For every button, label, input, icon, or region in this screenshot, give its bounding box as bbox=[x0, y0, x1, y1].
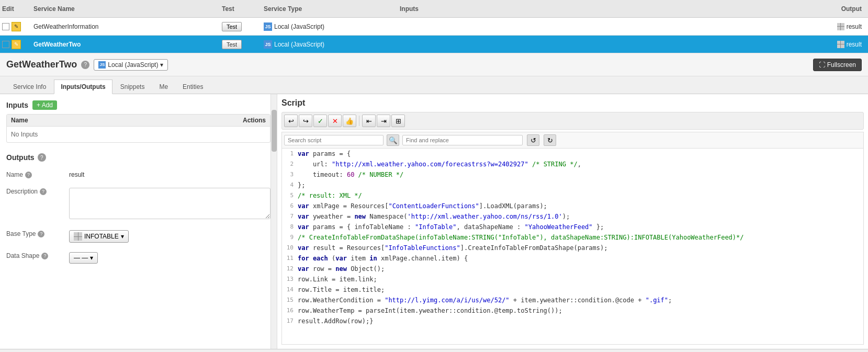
search-input[interactable] bbox=[284, 135, 384, 145]
test-button-row1[interactable]: Test bbox=[222, 22, 242, 31]
data-shape-arrow: ▾ bbox=[90, 254, 93, 262]
js-icon-row2: JS bbox=[264, 40, 272, 49]
code-editor[interactable]: 1 var params = { 2 url: "http://xml.weat… bbox=[281, 148, 864, 345]
service-name-row2: GetWeatherTwo bbox=[33, 41, 81, 48]
search-bar: 🔍 ↺ ↻ bbox=[281, 132, 864, 148]
replace-all-button[interactable]: ↻ bbox=[544, 134, 556, 146]
outputs-data-shape-row: Data Shape ? — — ▾ bbox=[6, 249, 270, 264]
code-line-4: 4 }; bbox=[282, 180, 863, 190]
col-service-name-label: Service Name bbox=[33, 5, 75, 13]
service-type-row1: Local (JavaScript) bbox=[274, 23, 324, 30]
outputs-title: Outputs ? bbox=[6, 153, 270, 162]
add-input-button[interactable]: + Add bbox=[32, 100, 57, 110]
left-panel: Inputs + Add Name Actions No Inputs Outp… bbox=[0, 94, 277, 349]
layout-button[interactable]: ⊞ bbox=[391, 115, 405, 127]
tab-entities[interactable]: Entities bbox=[176, 80, 210, 94]
output-icon-row2 bbox=[837, 41, 844, 48]
service-title-bar: GetWeatherTwo ? JS Local (JavaScript) ▾ … bbox=[0, 53, 868, 76]
outputs-name-row: Name ? result bbox=[6, 168, 270, 178]
toolbar-sep bbox=[359, 116, 359, 126]
edit-icon-row1[interactable]: ✎ bbox=[12, 22, 21, 31]
code-line-11: 11 for each (var item in xmlPage.channel… bbox=[282, 253, 863, 264]
edit-icon-row2[interactable]: ✎ bbox=[12, 40, 21, 49]
output-value-row2: result bbox=[847, 41, 862, 48]
test-button-row2[interactable]: Test bbox=[222, 40, 242, 49]
service-title-name: GetWeatherTwo bbox=[6, 59, 77, 70]
name-help-badge[interactable]: ? bbox=[25, 172, 32, 178]
service-name-row1: GetWeatherInformation bbox=[33, 23, 99, 30]
replace-input[interactable] bbox=[402, 135, 523, 145]
service-row-2[interactable]: ✎ GetWeatherTwo Test JS Local (JavaScrip… bbox=[0, 36, 868, 53]
output-icon-row1 bbox=[837, 23, 844, 30]
outputs-name-label: Name ? bbox=[6, 168, 69, 178]
outputs-description-row: Description ? bbox=[6, 185, 270, 221]
left-scrollbar[interactable] bbox=[270, 94, 277, 349]
scrollbar-thumb bbox=[272, 110, 277, 152]
bottom-bar: ? Cancel Done Save Entity bbox=[0, 349, 868, 352]
outputs-section: Outputs ? Name ? result Des bbox=[6, 153, 270, 264]
tab-inputs-outputs[interactable]: Inputs/Outputs bbox=[54, 80, 112, 94]
base-type-button[interactable]: INFOTABLE ▾ bbox=[69, 230, 129, 243]
code-line-5: 5 /* result: XML */ bbox=[282, 190, 863, 201]
code-line-12: 12 var row = new Object(); bbox=[282, 264, 863, 274]
code-line-8: 8 var params = { infoTableName : "InfoTa… bbox=[282, 222, 863, 232]
inputs-table-header: Name Actions bbox=[7, 115, 270, 127]
data-shape-button[interactable]: — — ▾ bbox=[69, 252, 98, 264]
outputs-base-type-value: INFOTABLE ▾ bbox=[69, 227, 270, 243]
redo-button[interactable]: ↪ bbox=[299, 115, 312, 127]
col-actions-header: Actions bbox=[224, 117, 266, 124]
table-header: Edit Service Name Test Service Type Inpu… bbox=[0, 0, 868, 18]
checkbox-row1[interactable] bbox=[2, 23, 9, 30]
code-line-6: 6 var xmlPage = Resources["ContentLoader… bbox=[282, 201, 863, 211]
tab-service-info[interactable]: Service Info bbox=[6, 80, 53, 94]
checkbox-row2[interactable] bbox=[2, 41, 9, 48]
tabs-bar: Service Info Inputs/Outputs Snippets Me … bbox=[0, 76, 868, 94]
service-type-row2: Local (JavaScript) bbox=[274, 41, 324, 48]
base-type-arrow: ▾ bbox=[121, 233, 124, 240]
col-name-header: Name bbox=[11, 117, 224, 124]
js-icon-row1: JS bbox=[264, 22, 272, 31]
left-scroll: Inputs + Add Name Actions No Inputs Outp… bbox=[0, 94, 277, 349]
indent-left-button[interactable]: ⇤ bbox=[362, 115, 376, 127]
service-row-1[interactable]: ✎ GetWeatherInformation Test JS Local (J… bbox=[0, 18, 868, 36]
tab-snippets[interactable]: Snippets bbox=[114, 80, 152, 94]
code-line-17: 17 result.AddRow(row);} bbox=[282, 316, 863, 326]
base-type-help-badge[interactable]: ? bbox=[38, 231, 44, 237]
x-button[interactable]: ✕ bbox=[328, 115, 342, 127]
indent-right-button[interactable]: ⇥ bbox=[377, 115, 390, 127]
col-inputs-label: Inputs bbox=[400, 5, 419, 13]
service-help-badge[interactable]: ? bbox=[81, 61, 89, 69]
type-dropdown[interactable]: JS Local (JavaScript) ▾ bbox=[94, 59, 168, 71]
type-label: Local (JavaScript) bbox=[108, 61, 158, 69]
outputs-description-label: Description ? bbox=[6, 185, 69, 195]
outputs-name-value: result bbox=[69, 168, 270, 178]
inputs-table: Name Actions No Inputs bbox=[6, 114, 270, 143]
code-line-14: 14 row.Title = item.title; bbox=[282, 285, 863, 295]
base-type-label: INFOTABLE bbox=[84, 233, 119, 240]
description-help-badge[interactable]: ? bbox=[40, 188, 47, 195]
inputs-section-header: Inputs + Add bbox=[6, 100, 270, 110]
data-shape-help-badge[interactable]: ? bbox=[41, 253, 48, 259]
outputs-base-type-label: Base Type ? bbox=[6, 227, 69, 237]
tab-me[interactable]: Me bbox=[152, 80, 175, 94]
outputs-title-label: Outputs bbox=[6, 153, 35, 162]
code-line-15: 15 row.WeatherCondition = "http://l.yimg… bbox=[282, 295, 863, 305]
inputs-title: Inputs bbox=[6, 101, 28, 109]
replace-button[interactable]: ↺ bbox=[527, 134, 539, 146]
thumb-button[interactable]: 👍 bbox=[343, 115, 356, 127]
fullscreen-icon: ⛶ bbox=[819, 61, 825, 69]
code-line-10: 10 var result = Resources["InfoTableFunc… bbox=[282, 243, 863, 253]
search-button[interactable]: 🔍 bbox=[387, 134, 399, 146]
right-panel: Script ↩ ↪ ✓ ✕ 👍 ⇤ ⇥ ⊞ 🔍 ↺ ↻ bbox=[277, 94, 868, 349]
outputs-help-badge[interactable]: ? bbox=[38, 153, 46, 162]
inputs-empty-message: No Inputs bbox=[7, 127, 270, 142]
infotable-icon bbox=[74, 232, 82, 241]
undo-button[interactable]: ↩ bbox=[284, 115, 298, 127]
description-textarea[interactable] bbox=[69, 188, 270, 219]
fullscreen-button[interactable]: ⛶ Fullscreen bbox=[813, 59, 862, 71]
service-title-left: GetWeatherTwo ? JS Local (JavaScript) ▾ bbox=[6, 59, 168, 71]
check-button[interactable]: ✓ bbox=[313, 115, 327, 127]
output-value-row1: result bbox=[847, 23, 862, 30]
code-line-7: 7 var yweather = new Namespace('http://x… bbox=[282, 211, 863, 222]
code-line-1: 1 var params = { bbox=[282, 149, 863, 159]
